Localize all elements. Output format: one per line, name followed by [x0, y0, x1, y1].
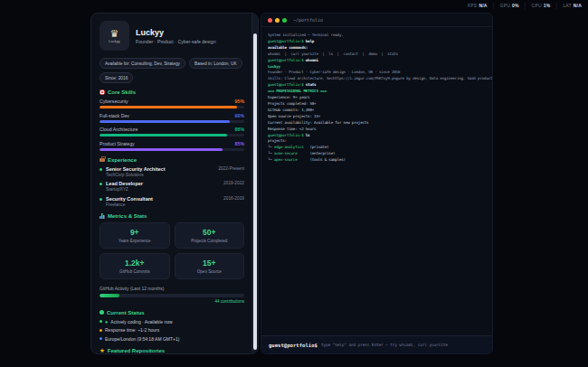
experience-period: 2022-Present [218, 166, 244, 172]
metric-label: Projects Completed [178, 239, 242, 243]
github-activity-fill [100, 294, 119, 297]
github-activity-label: GitHub Activity (Last 12 months) [100, 286, 244, 291]
metric-label: Open Source [178, 269, 242, 274]
metric-label: Years Experience [103, 239, 166, 243]
status-dot-icon [100, 329, 102, 332]
status-list: ● Actively coding · Available now Respon… [100, 319, 244, 342]
terminal-window: ~/portfolio System initialized — Termina… [261, 13, 493, 354]
section-header-featured-repos: ★ Featured Repositories [100, 348, 244, 353]
skill-bar-fill [100, 120, 230, 123]
section-title-featured-repos: Featured Repositories [108, 348, 165, 353]
scrollbar-track[interactable] [251, 14, 258, 353]
experience-period: 2019-2022 [223, 181, 244, 186]
skill-name: Full-stack Dev [100, 113, 129, 118]
experience-item: Senior Security Architect 2022-Present T… [100, 166, 244, 177]
terminal-output-line: === PROFESSIONAL METRICS === [268, 89, 486, 95]
section-title-metrics: Metrics & Stats [108, 213, 147, 219]
metric-value: 9+ [103, 228, 166, 237]
status-text: Europe/London (9:54:18 AM GMT+1) [105, 336, 179, 342]
skill-percent: 88% [235, 127, 244, 132]
status-circle-icon [100, 310, 104, 315]
profile-badge: Available for: Consulting, Dev, Strategy [100, 58, 185, 69]
metric-card: 9+ Years Experience [100, 222, 170, 249]
terminal-tree-line: └─ apex-source (tools & samples) [268, 157, 486, 164]
skill-row: Product Strategy 85% [100, 141, 244, 151]
skill-row: Cloud Architecture 88% [100, 127, 244, 136]
skill-name: Product Strategy [100, 141, 135, 146]
terminal-output-line: GitHub commits: 1,200+ [268, 108, 486, 114]
terminal-output-line: Projects completed: 50+ [268, 101, 486, 108]
terminal-input-bar[interactable]: guest@portfolio$ type "help" and press E… [261, 335, 492, 353]
skill-bar [100, 148, 244, 151]
skill-bar [100, 106, 244, 108]
terminal-output-line: available commands: [268, 45, 486, 52]
maximize-window-icon[interactable] [282, 18, 287, 23]
metric-value: 15+ [178, 259, 242, 268]
metric-card: 1.2k+ GitHub Commits [100, 253, 170, 279]
statusbar-item-cpu: CPU1% [532, 3, 551, 8]
scrollbar-thumb[interactable] [253, 33, 257, 350]
experience-title: Senior Security Architect [106, 166, 166, 172]
bullet-dot-icon [100, 183, 102, 185]
profile-badges: Available for: Consulting, Dev, Strategy… [100, 58, 244, 83]
skill-bar-fill [100, 106, 237, 108]
profile-name: Luckyy [136, 28, 216, 37]
terminal-output[interactable]: System initialized — Terminal ready.gues… [261, 27, 492, 335]
minimize-window-icon[interactable] [275, 18, 280, 23]
terminal-command-line: guest@portfolio:$ ls [268, 133, 486, 139]
terminal-command-line: guest@portfolio:$ help [268, 39, 486, 45]
terminal-titlebar: ~/portfolio [261, 14, 492, 27]
avatar: ♛ Luckyy [100, 21, 129, 51]
profile-header-text: Luckyy Founder · Product · Cyber-safe de… [136, 28, 216, 44]
close-window-icon[interactable] [268, 18, 272, 23]
profile-badge: Since: 2016 [100, 72, 133, 83]
status-text: Actively coding · Available now [110, 319, 172, 325]
metric-label: GitHub Commits [103, 269, 166, 274]
experience-list: Senior Security Architect 2022-Present T… [100, 166, 244, 207]
bullet-dot-icon [100, 198, 102, 201]
skill-percent: 90% [235, 113, 244, 118]
experience-company: TechCorp Solutions [106, 173, 244, 177]
github-contributions-count: 44 contributions [100, 299, 244, 304]
status-dot-icon [100, 337, 102, 340]
metrics-grid: 9+ Years Experience 50+ Projects Complet… [100, 222, 244, 279]
profile-header: ♛ Luckyy Luckyy Founder · Product · Cybe… [100, 21, 244, 51]
experience-title: Security Consultant [106, 196, 153, 202]
terminal-output-line: Luckyy [268, 64, 486, 71]
section-header-metrics: Metrics & Stats [100, 213, 244, 219]
screen: FPSN/A│GPU0%│CPU1%│LATN/A ♛ Luckyy Lucky… [0, 0, 588, 367]
skill-bar-fill [100, 134, 227, 136]
statusbar-divider: │ [524, 3, 527, 8]
skill-name: Cybersecurity [100, 99, 128, 104]
experience-item: Security Consultant 2016-2019 Freelance [100, 196, 244, 207]
skill-percent: 85% [235, 141, 244, 146]
skill-name: Cloud Architecture [100, 127, 138, 132]
status-item: ● Actively coding · Available now [100, 319, 244, 325]
experience-company: StartupXYZ [106, 187, 244, 192]
terminal-tree-line: └─ acme-secure (enterprise) [268, 151, 486, 157]
experience-item: Lead Developer 2019-2022 StartupXYZ [100, 181, 244, 192]
terminal-output-line: projects: [268, 138, 486, 145]
section-header-current-status: Current Status [100, 310, 244, 315]
star-icon: ★ [100, 348, 105, 353]
metric-value: 50+ [178, 228, 242, 237]
metric-value: 1.2k+ [103, 259, 166, 268]
statusbar-item-gpu: GPU0% [500, 3, 519, 8]
terminal-command-line: guest@portfolio:$ stats [268, 82, 486, 89]
online-circle-icon: ● [105, 319, 108, 325]
terminal-input-hint: type "help" and press Enter — try whoami… [321, 343, 448, 347]
statusbar-divider: │ [555, 3, 558, 8]
skill-row: Full-stack Dev 90% [100, 113, 244, 123]
system-status-bar: FPSN/A│GPU0%│CPU1%│LATN/A [468, 3, 582, 8]
bar-chart-icon [100, 213, 105, 219]
status-item: Europe/London (9:54:18 AM GMT+1) [100, 336, 244, 342]
terminal-command-line: guest@portfolio:$ whoami [268, 58, 486, 64]
bullet-dot-icon [100, 168, 102, 171]
section-header-core-skills: Core Skills [100, 89, 244, 95]
experience-company: Freelance [106, 202, 244, 207]
terminal-output-line: skills: Cloud architecture, Sechttps://i… [268, 76, 486, 82]
profile-card-content: ♛ Luckyy Luckyy Founder · Product · Cybe… [91, 14, 251, 353]
status-text: Response time: ~1-2 hours [105, 327, 159, 333]
crown-icon: ♛ [110, 29, 119, 39]
statusbar-divider: │ [492, 3, 496, 8]
